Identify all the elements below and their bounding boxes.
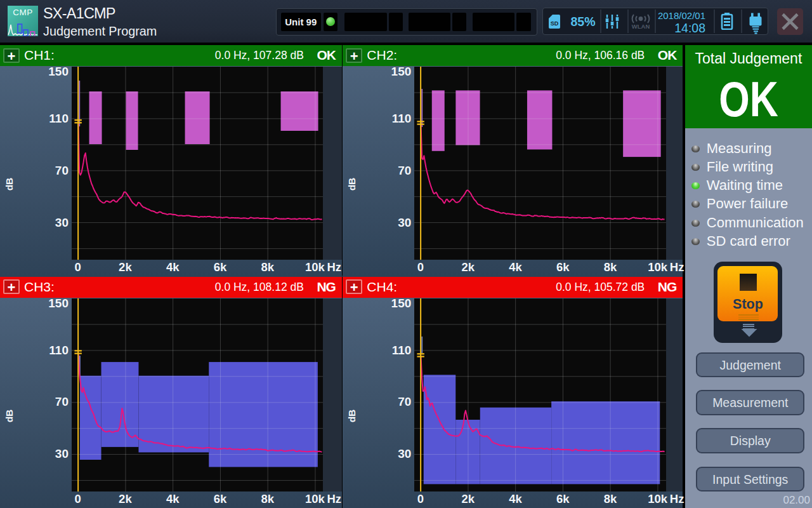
svg-text:SD: SD (551, 20, 559, 27)
svg-text:WLAN: WLAN (632, 23, 650, 29)
